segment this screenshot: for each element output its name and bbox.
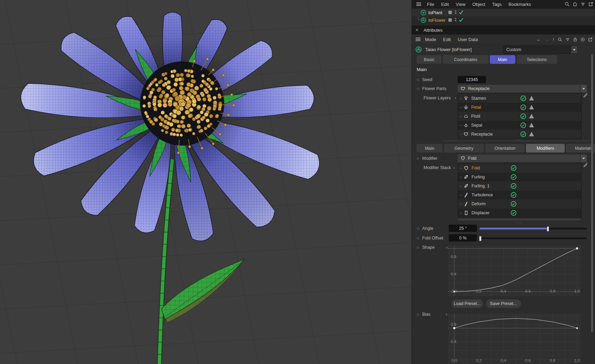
bias-key-icon[interactable]: ◇	[417, 312, 419, 316]
chevron-down-icon[interactable]	[580, 155, 587, 162]
tab-orientation[interactable]: Orientation	[485, 144, 525, 153]
enabled-check-icon[interactable]	[520, 122, 526, 128]
panel-drag-dots[interactable]: ......	[515, 137, 523, 141]
bias-curve-editor[interactable]: 0.8 0.4 0.00.20.40.60.81.0	[448, 313, 581, 364]
attr-menu-userdata[interactable]: User Data	[458, 37, 478, 42]
chevron-right-icon[interactable]: ›	[446, 245, 447, 250]
enabled-check-icon[interactable]	[510, 174, 517, 180]
attr-menu-edit[interactable]: Edit	[443, 37, 451, 42]
chevron-down-icon[interactable]	[580, 85, 587, 92]
flower-parts-key-icon[interactable]: ◇	[417, 87, 419, 90]
enabled-check-icon[interactable]	[510, 210, 517, 216]
menu-edit[interactable]: Edit	[438, 2, 452, 7]
enabled-check-icon[interactable]	[459, 10, 464, 14]
fold-offset-key-icon[interactable]: ◇	[417, 236, 419, 240]
enabled-check-icon[interactable]	[520, 104, 526, 110]
stack-row-turbulence[interactable]: Turbulence	[458, 190, 581, 199]
fold-offset-input[interactable]: 0 %	[449, 234, 477, 242]
tab-modifiers[interactable]: Modifiers	[526, 144, 565, 153]
layer-row-pistil[interactable]: Pistil	[458, 112, 581, 121]
eyedropper-icon[interactable]	[583, 92, 588, 98]
layer-row-petal[interactable]: Petal	[458, 103, 581, 112]
stack-row-deform[interactable]: Deform	[458, 199, 581, 208]
layer-row-sepal[interactable]: Sepal	[458, 121, 581, 130]
slider-handle[interactable]	[479, 236, 482, 241]
panel-divider[interactable]	[443, 141, 589, 141]
tab-selections[interactable]: Selections	[517, 55, 557, 64]
chevron-right-icon[interactable]: ›	[455, 95, 456, 100]
stack-row-furling-1[interactable]: Furling. 1	[458, 181, 581, 190]
chevron-right-icon[interactable]: ›	[446, 312, 447, 317]
visibility-dots[interactable]	[455, 10, 456, 14]
solo-triangle-icon[interactable]	[529, 105, 534, 109]
modifier-dropdown[interactable]: Fold	[458, 155, 587, 162]
fold-offset-slider[interactable]	[479, 237, 587, 239]
stack-row-displacer[interactable]: Displacer	[458, 208, 581, 217]
solo-triangle-icon[interactable]	[529, 96, 534, 100]
back-icon[interactable]: ←	[536, 37, 541, 42]
menu-object[interactable]: Object	[469, 2, 489, 7]
object-row-toflower[interactable]: toFlower	[412, 17, 595, 24]
chevron-down-icon[interactable]	[571, 46, 577, 53]
close-icon[interactable]: ✕	[415, 28, 419, 32]
save-preset-button[interactable]: Save Preset...	[486, 299, 521, 308]
search-icon[interactable]	[558, 37, 562, 42]
stack-row-fold[interactable]: Fold	[458, 164, 581, 173]
filter-icon[interactable]	[565, 37, 570, 42]
load-preset-button[interactable]: Load Preset...	[452, 299, 483, 308]
layer-row-stamen[interactable]: Stamen	[458, 94, 581, 103]
tab-coordinates[interactable]: Coordinates	[443, 55, 488, 64]
lock-icon[interactable]	[573, 37, 577, 42]
tab-basic[interactable]: Basic	[417, 55, 442, 64]
shape-curve-editor[interactable]: 0.8 0.4 0.00.20.40.60.81.0	[448, 246, 581, 296]
solo-triangle-icon[interactable]	[529, 132, 534, 136]
export-icon[interactable]	[588, 2, 593, 7]
enabled-check-icon[interactable]	[520, 113, 526, 119]
3d-viewport[interactable]	[0, 0, 411, 364]
target-icon[interactable]	[581, 37, 585, 42]
solo-triangle-icon[interactable]	[529, 123, 534, 127]
object-name[interactable]: toPlant	[428, 10, 442, 15]
enabled-check-icon[interactable]	[520, 131, 526, 137]
slider-handle[interactable]	[547, 226, 549, 232]
angle-slider[interactable]	[479, 228, 587, 229]
scrollbar-thumb[interactable]	[591, 54, 593, 332]
filter-icon[interactable]	[581, 2, 585, 7]
up-icon[interactable]: ↑	[552, 37, 555, 42]
menu-view[interactable]: View	[452, 2, 469, 7]
chevron-right-icon[interactable]: ›	[453, 165, 455, 170]
menu-file[interactable]: File	[424, 2, 438, 7]
seed-input[interactable]: 12345	[458, 76, 486, 83]
object-name[interactable]: toFlower	[428, 18, 446, 23]
eyedropper-icon[interactable]	[583, 162, 588, 168]
shape-key-icon[interactable]: ◇	[417, 245, 419, 249]
stack-row-furling[interactable]: Furling	[458, 173, 581, 181]
layer-chip[interactable]	[448, 18, 452, 22]
enabled-check-icon[interactable]	[510, 183, 517, 189]
home-icon[interactable]	[573, 2, 577, 7]
enabled-check-icon[interactable]	[510, 165, 517, 171]
panel-scrollbar[interactable]	[591, 35, 593, 364]
visibility-dots[interactable]	[455, 18, 456, 22]
tab-main[interactable]: Main	[490, 55, 515, 64]
solo-triangle-icon[interactable]	[529, 114, 534, 118]
forward-icon[interactable]: →	[544, 37, 549, 42]
modifier-key-icon[interactable]: ◇	[417, 156, 419, 160]
angle-input[interactable]: 25 °	[449, 225, 477, 232]
flower-parts-dropdown[interactable]: Receptacle	[458, 85, 587, 92]
layer-chip[interactable]	[448, 11, 452, 14]
enabled-check-icon[interactable]	[510, 201, 517, 207]
enabled-check-icon[interactable]	[510, 192, 517, 198]
stack-drag-dots[interactable]: ......	[515, 220, 523, 224]
enabled-check-icon[interactable]	[459, 18, 464, 22]
tab-geometry[interactable]: Geometry	[444, 144, 484, 153]
menu-bookmarks[interactable]: Bookmarks	[505, 2, 534, 7]
hamburger-icon[interactable]	[415, 37, 421, 41]
search-icon[interactable]	[565, 2, 569, 7]
enabled-check-icon[interactable]	[520, 95, 526, 101]
angle-key-icon[interactable]: ◇	[417, 226, 419, 230]
seed-key-icon[interactable]: ◇	[417, 78, 419, 81]
preset-dropdown[interactable]: Custom	[503, 46, 578, 54]
attr-menu-mode[interactable]: Mode	[425, 37, 436, 42]
hamburger-icon[interactable]	[416, 2, 422, 6]
